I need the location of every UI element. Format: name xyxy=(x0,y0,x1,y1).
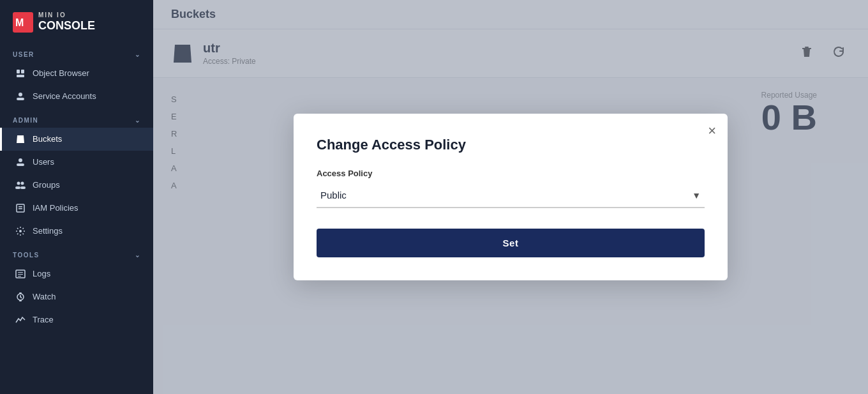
sidebar-item-label-buckets: Buckets xyxy=(33,134,62,144)
svg-rect-12 xyxy=(15,186,20,189)
sidebar-item-label-settings: Settings xyxy=(33,226,63,236)
sidebar-item-trace[interactable]: Trace xyxy=(0,308,153,331)
sidebar-item-buckets[interactable]: Buckets xyxy=(0,128,153,151)
svg-rect-23 xyxy=(19,292,22,294)
svg-marker-7 xyxy=(17,135,24,143)
sidebar-section-user: USER ⌄ xyxy=(0,42,153,62)
dialog-title: Change Access Policy xyxy=(317,137,705,153)
access-policy-label: Access Policy xyxy=(317,169,705,178)
sidebar-item-settings[interactable]: Settings xyxy=(0,220,153,243)
settings-icon xyxy=(15,225,26,237)
chevron-down-icon: ▼ xyxy=(692,190,701,201)
sidebar-item-label-service-accounts: Service Accounts xyxy=(33,91,96,101)
trace-icon xyxy=(15,314,26,326)
sidebar-item-label-logs: Logs xyxy=(33,269,50,278)
svg-rect-6 xyxy=(17,98,24,100)
svg-rect-19 xyxy=(18,272,23,273)
svg-rect-20 xyxy=(18,274,23,275)
svg-rect-4 xyxy=(17,75,24,77)
dialog-close-button[interactable]: × xyxy=(708,124,716,138)
modal-overlay[interactable]: × Change Access Policy Access Policy Pub… xyxy=(153,0,868,394)
svg-rect-16 xyxy=(19,208,22,209)
sidebar: M MIN IO CONSOLE USER ⌄ Object Browser S… xyxy=(0,0,153,394)
sidebar-item-label-users: Users xyxy=(33,157,54,167)
svg-point-5 xyxy=(19,93,22,96)
access-policy-select-wrapper[interactable]: Public Private Custom ▼ xyxy=(317,183,705,208)
sidebar-item-service-accounts[interactable]: Service Accounts xyxy=(0,85,153,108)
sidebar-item-label-groups: Groups xyxy=(33,180,60,190)
svg-rect-24 xyxy=(19,300,22,301)
sidebar-item-label-object-browser: Object Browser xyxy=(33,68,89,78)
main-content: Buckets utr Access: Private xyxy=(153,0,868,394)
sidebar-item-label-trace: Trace xyxy=(33,315,54,324)
logo-text: MIN IO CONSOLE xyxy=(38,11,95,33)
svg-point-11 xyxy=(21,181,24,185)
buckets-icon xyxy=(15,133,26,145)
sidebar-item-iam-policies[interactable]: IAM Policies xyxy=(0,197,153,220)
service-accounts-icon xyxy=(15,91,26,102)
sidebar-item-users[interactable]: Users xyxy=(0,151,153,174)
sidebar-item-logs[interactable]: Logs xyxy=(0,262,153,285)
object-browser-icon xyxy=(15,68,26,79)
svg-rect-15 xyxy=(19,206,22,208)
access-policy-select[interactable]: Public Private Custom xyxy=(320,187,685,203)
iam-policies-icon xyxy=(15,202,26,214)
change-access-policy-dialog: × Change Access Policy Access Policy Pub… xyxy=(294,114,728,280)
sidebar-item-object-browser[interactable]: Object Browser xyxy=(0,62,153,85)
svg-rect-13 xyxy=(20,186,26,189)
sidebar-item-label-watch: Watch xyxy=(33,292,56,301)
minio-logo-icon: M xyxy=(13,12,33,33)
svg-rect-3 xyxy=(21,70,24,73)
logs-icon xyxy=(15,268,26,280)
svg-text:M: M xyxy=(15,17,24,28)
svg-rect-9 xyxy=(17,163,24,166)
sidebar-item-label-iam-policies: IAM Policies xyxy=(33,203,79,213)
svg-rect-21 xyxy=(18,276,21,277)
watch-icon xyxy=(15,291,26,303)
sidebar-section-admin: ADMIN ⌄ xyxy=(0,108,153,128)
svg-rect-2 xyxy=(17,70,20,73)
sidebar-section-tools: TOOLS ⌄ xyxy=(0,243,153,262)
svg-point-17 xyxy=(19,230,22,232)
logo: M MIN IO CONSOLE xyxy=(0,0,153,42)
sidebar-item-groups[interactable]: Groups xyxy=(0,174,153,197)
groups-icon xyxy=(15,179,26,191)
svg-point-8 xyxy=(19,158,22,162)
svg-point-10 xyxy=(17,181,20,185)
set-policy-button[interactable]: Set xyxy=(317,229,705,257)
sidebar-item-watch[interactable]: Watch xyxy=(0,285,153,308)
users-icon xyxy=(15,156,26,168)
